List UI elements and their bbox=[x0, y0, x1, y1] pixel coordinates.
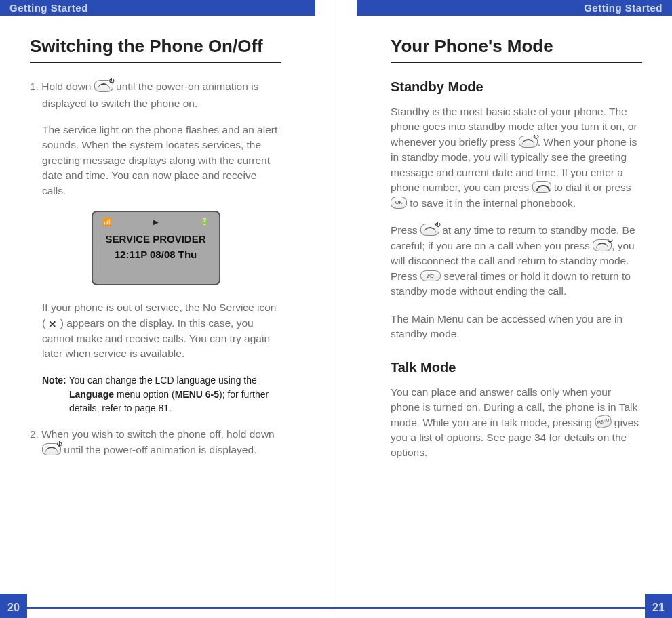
page-number-right: 21 bbox=[645, 594, 672, 618]
page-right: Getting Started Your Phone's Mode Standb… bbox=[336, 0, 672, 618]
sp1-d: to save it in the internal phonebook. bbox=[407, 197, 576, 209]
page-left: Getting Started Switching the Phone On/O… bbox=[0, 0, 336, 618]
step2-text-b: until the power-off animation is display… bbox=[64, 444, 256, 455]
message-icon bbox=[153, 216, 159, 226]
menu-key-icon: MENU bbox=[594, 414, 612, 430]
standby-p3: The Main Menu can be accessed when you a… bbox=[391, 312, 642, 342]
section-talk: Talk Mode You can place and answer calls… bbox=[391, 360, 642, 461]
heading-talk: Talk Mode bbox=[391, 360, 642, 375]
heading-phones-mode: Your Phone's Mode bbox=[391, 36, 642, 63]
no-service-icon: ⤫ bbox=[48, 316, 57, 331]
standby-p2: Press at any time to return to standby m… bbox=[391, 223, 642, 299]
noservice-text-b: ) appears on the display. In this case, … bbox=[42, 317, 270, 359]
content-right: Your Phone's Mode Standby Mode Standby i… bbox=[357, 16, 652, 618]
note-language-word: Language bbox=[69, 389, 114, 400]
step-2: 2. When you wish to switch the phone off… bbox=[30, 427, 281, 457]
standby-p1: Standby is the most basic state of your … bbox=[391, 104, 642, 211]
display-line-datetime: 12:11P 08/08 Thu bbox=[100, 249, 212, 260]
content-left: Switching the Phone On/Off 1. Hold down … bbox=[20, 16, 315, 618]
section-standby: Standby Mode Standby is the most basic s… bbox=[391, 79, 642, 342]
step1-text-b: until the power-on animation is bbox=[116, 81, 258, 92]
paragraph-no-service: If your phone is out of service, the No … bbox=[30, 300, 281, 361]
page-number-left: 20 bbox=[0, 594, 27, 618]
note-label: Note: bbox=[42, 375, 66, 386]
heading-standby: Standby Mode bbox=[391, 79, 642, 95]
note-text-c: menu option ( bbox=[114, 389, 175, 400]
send-key-icon bbox=[532, 181, 551, 193]
display-status-row bbox=[100, 216, 212, 226]
note-menu65: MENU 6-5 bbox=[175, 389, 219, 400]
battery-icon bbox=[200, 216, 210, 226]
talk-p1: You can place and answer calls only when… bbox=[391, 385, 642, 461]
phone-display-illustration: SERVICE PROVIDER 12:11P 08/08 Thu bbox=[92, 211, 220, 285]
paragraph-service-light: The service light on the phone flashes a… bbox=[30, 123, 281, 199]
end-power-key-icon bbox=[593, 239, 612, 251]
note-language: Note: You can change the LCD language us… bbox=[30, 373, 281, 415]
signal-icon bbox=[102, 216, 112, 226]
footer-rule-right bbox=[336, 607, 645, 609]
note-text-a: You can change the LCD language using th… bbox=[66, 375, 257, 386]
end-power-key-icon bbox=[519, 136, 538, 148]
end-power-key-icon bbox=[42, 443, 61, 455]
end-power-key-icon bbox=[420, 224, 439, 236]
step1-text-c: displayed to switch the phone on. bbox=[30, 96, 281, 111]
sp2-a: Press bbox=[391, 224, 420, 236]
display-line-provider: SERVICE PROVIDER bbox=[100, 233, 212, 245]
step1-text-a: 1. Hold down bbox=[30, 81, 94, 92]
step-1: 1. Hold down until the power-on animatio… bbox=[30, 79, 281, 112]
header-tab-left: Getting Started bbox=[0, 0, 315, 16]
clr-key-icon: i/C bbox=[420, 270, 441, 281]
ok-key-icon: OK bbox=[391, 197, 407, 209]
end-power-key-icon bbox=[94, 80, 113, 92]
header-tab-right: Getting Started bbox=[357, 0, 672, 16]
footer-rule-left bbox=[27, 607, 336, 609]
step2-text-a: 2. When you wish to switch the phone off… bbox=[30, 428, 275, 440]
heading-switching: Switching the Phone On/Off bbox=[30, 36, 281, 63]
sp1-c: to dial it or press bbox=[551, 182, 631, 193]
